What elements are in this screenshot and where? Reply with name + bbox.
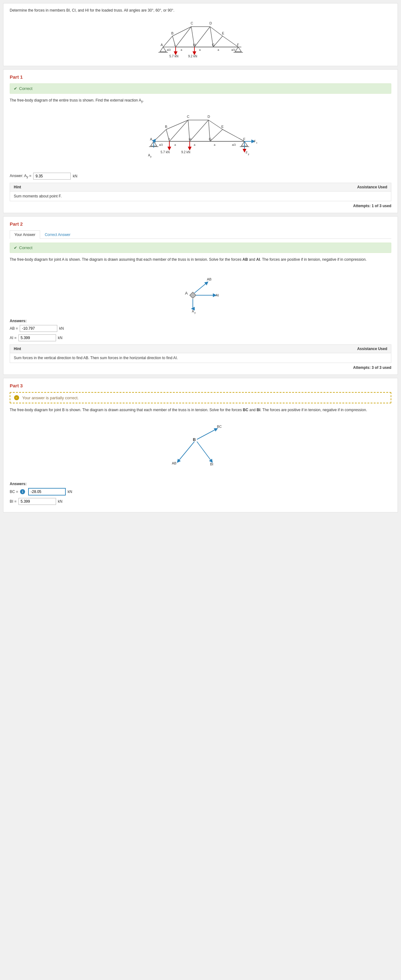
svg-text:BC: BC (217, 425, 222, 428)
part3-description: The free-body diagram for joint B is sho… (10, 407, 391, 413)
part2-diagram: A AB AI A y (166, 266, 235, 316)
svg-text:AB: AB (172, 461, 176, 465)
svg-marker-15 (160, 47, 166, 52)
part1-hint-label: Hint (14, 185, 21, 189)
svg-text:BI: BI (210, 462, 213, 466)
svg-text:G: G (209, 137, 212, 141)
svg-line-4 (176, 27, 191, 47)
part1-correct-banner: ✔ Correct (10, 83, 391, 94)
tab-your-answer[interactable]: Your Answer (10, 230, 40, 239)
svg-text:a: a (194, 143, 195, 146)
svg-line-8 (194, 27, 210, 47)
svg-text:F: F (254, 140, 256, 143)
svg-text:a: a (199, 48, 201, 51)
svg-text:C: C (187, 115, 189, 118)
tab-correct-answer[interactable]: Correct Answer (40, 230, 75, 239)
svg-text:D: D (209, 21, 212, 25)
part1-status: Correct (19, 86, 33, 91)
svg-text:A: A (192, 310, 194, 313)
svg-text:a/2: a/2 (159, 143, 163, 146)
part2-ab-row: AB = -10.797 kN (10, 325, 391, 332)
part1-answer-input[interactable]: 9.35 (33, 173, 71, 180)
svg-text:9.2 kN: 9.2 kN (181, 150, 190, 154)
part2-hint-label: Hint (14, 347, 21, 351)
part2-tabs: Your Answer Correct Answer (10, 230, 391, 239)
part2-correct-banner: ✔ Correct (10, 243, 391, 253)
part1-answer-label: Answer: Ay = (10, 173, 31, 179)
svg-text:a/2: a/2 (231, 48, 235, 51)
part2-ai-input[interactable]: 5.399 (19, 334, 56, 341)
part3-partial-banner: − Your answer is partially correct. (10, 392, 391, 403)
svg-text:y: y (248, 153, 249, 156)
part1-attempts: Attempts: 1 of 3 used (10, 204, 391, 208)
problem-text: Determine the forces in members BI, CI, … (10, 8, 391, 13)
svg-text:H: H (189, 137, 191, 141)
svg-marker-17 (235, 47, 241, 52)
part1-hint-text: Sum moments about point F. (14, 194, 62, 198)
part1-hint-header[interactable]: Hint Assistance Used (10, 183, 391, 191)
svg-text:C: C (191, 21, 193, 25)
svg-text:9.2 kN: 9.2 kN (188, 54, 197, 58)
svg-text:H: H (193, 43, 196, 47)
part3-bi-label: BI = (10, 499, 17, 504)
part1-hint-body: Sum moments about point F. (10, 191, 391, 201)
svg-line-14 (223, 36, 238, 47)
svg-text:AI: AI (216, 293, 219, 297)
part3-bi-unit: kN (58, 499, 63, 504)
part2-ab-input[interactable]: -10.797 (20, 325, 57, 332)
part2-status: Correct (19, 245, 33, 250)
part2-attempts: Attempts: 3 of 3 used (10, 366, 391, 370)
part2-ai-row: AI = 5.399 kN (10, 334, 391, 341)
svg-text:a: a (217, 48, 219, 51)
part1-header: Part 1 (10, 74, 391, 80)
svg-text:A: A (150, 137, 152, 141)
svg-line-97 (197, 442, 212, 461)
part3-section: Part 3 − Your answer is partially correc… (3, 378, 398, 512)
part3-answers-label: Answers: (10, 482, 391, 486)
problem-statement: Determine the forces in members BI, CI, … (3, 3, 398, 66)
truss-diagram: C D B E A I H G F a/2 a a a a/2 5.7 kN (151, 16, 251, 60)
part1-section: Part 1 ✔ Correct The free-body diagram o… (3, 69, 398, 213)
svg-text:A: A (148, 154, 150, 157)
part2-ab-label: AB = (10, 326, 18, 331)
svg-text:a: a (181, 48, 182, 51)
svg-text:I: I (174, 43, 175, 47)
part2-ai-unit: kN (58, 336, 63, 340)
part1-hint-box: Hint Assistance Used Sum moments about p… (10, 183, 391, 201)
svg-text:I: I (169, 137, 170, 141)
part3-bc-input[interactable]: -28.05 (28, 488, 66, 495)
svg-text:a/2: a/2 (167, 48, 171, 51)
part1-assistance-label: Assistance Used (357, 185, 387, 189)
info-icon: i (20, 489, 25, 494)
svg-line-38 (154, 129, 166, 142)
part3-diagram: B BC AB BI (163, 416, 238, 479)
part2-hint-header[interactable]: Hint Assistance Used (10, 345, 391, 353)
svg-text:a/2: a/2 (232, 143, 236, 146)
svg-text:a: a (214, 143, 216, 146)
svg-line-1 (163, 36, 173, 47)
svg-text:y: y (194, 311, 196, 314)
svg-text:G: G (212, 43, 215, 47)
part2-ai-label: AI = (10, 336, 17, 340)
part3-header: Part 3 (10, 383, 391, 388)
part3-bc-label: BC = (10, 490, 18, 494)
part2-description: The free-body diagram for joint A is sho… (10, 257, 391, 262)
part1-answer-unit: kN (73, 174, 77, 178)
svg-text:E: E (221, 125, 223, 129)
part2-answers-label: Answers: (10, 319, 391, 323)
part3-bi-input[interactable]: 5.399 (19, 498, 56, 505)
svg-text:D: D (208, 115, 210, 118)
checkmark-icon2: ✔ (14, 245, 17, 250)
svg-line-40 (166, 120, 188, 129)
svg-line-51 (223, 129, 244, 142)
svg-text:B: B (171, 31, 173, 35)
svg-text:AB: AB (207, 277, 212, 281)
svg-line-85 (194, 283, 207, 293)
svg-marker-83 (190, 292, 196, 298)
svg-line-93 (197, 429, 216, 439)
part2-assistance-label: Assistance Used (357, 347, 387, 351)
svg-line-11 (210, 27, 223, 36)
part3-status: Your answer is partially correct. (22, 396, 79, 400)
svg-text:B: B (165, 125, 167, 129)
svg-text:a: a (174, 143, 176, 146)
